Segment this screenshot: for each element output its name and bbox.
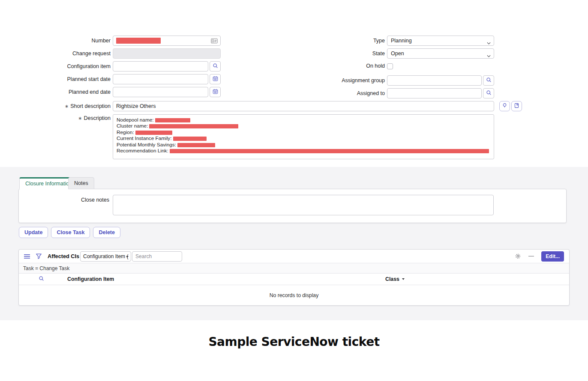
number-label: Number	[0, 38, 111, 44]
list-header-row: Configuration Item Class	[19, 273, 569, 285]
type-label: Type	[334, 38, 385, 44]
description-field[interactable]: Nodepool name: Cluster name: Region: Cur…	[113, 114, 494, 159]
planned-start-date-calendar-button[interactable]	[210, 74, 221, 84]
search-column-select[interactable]: Configuration Item (	[80, 251, 131, 262]
redacted-value	[116, 38, 161, 44]
description-line: Recommendation Link:	[117, 148, 490, 154]
planned-start-date-row: Planned start date	[0, 74, 221, 84]
configuration-item-label: Configuration item	[0, 63, 111, 70]
search-icon	[213, 63, 218, 70]
short-description-input[interactable]	[113, 101, 494, 111]
related-list-search-input[interactable]	[132, 251, 182, 262]
required-marker: ∗	[65, 104, 69, 109]
description-line: Region:	[117, 129, 490, 135]
redacted-value	[170, 149, 489, 153]
related-list-title: Affected CIs	[48, 253, 79, 259]
tab-notes[interactable]: Notes	[68, 177, 94, 189]
assignment-group-row: Assignment group	[334, 75, 494, 86]
close-task-button[interactable]: Close Task	[51, 227, 90, 238]
redacted-value	[149, 124, 238, 128]
configuration-item-row: Configuration item	[0, 61, 221, 71]
assigned-to-lookup-button[interactable]	[483, 88, 494, 98]
change-request-field	[113, 48, 221, 59]
preview-record-icon[interactable]	[211, 38, 218, 45]
change-request-row: Change request	[0, 48, 221, 59]
column-search-button[interactable]	[19, 276, 64, 283]
type-row: Type Planning	[334, 36, 494, 46]
type-select[interactable]: Planning	[387, 36, 494, 46]
affected-cis-card: Affected CIs Configuration Item ( Edit..…	[18, 249, 570, 306]
assignment-group-label: Assignment group	[334, 77, 385, 84]
redacted-value	[173, 137, 207, 141]
redacted-value	[135, 131, 172, 135]
chevron-down-icon	[487, 40, 491, 46]
planned-end-date-calendar-button[interactable]	[210, 87, 221, 97]
state-row: State Open	[334, 48, 494, 59]
on-hold-row: On hold	[334, 63, 393, 69]
search-icon	[486, 77, 492, 84]
number-row: Number	[0, 36, 221, 46]
assignment-group-lookup-button[interactable]	[483, 75, 494, 86]
list-filter-breadcrumb[interactable]: Task = Change Task	[19, 263, 569, 273]
related-list-controls: Edit...	[515, 251, 564, 262]
number-field[interactable]	[113, 36, 221, 46]
assigned-to-field[interactable]	[387, 88, 482, 98]
form-action-buttons: Update Close Task Delete	[19, 227, 120, 238]
close-notes-textarea[interactable]	[113, 195, 494, 215]
configuration-item-lookup-button[interactable]	[210, 61, 221, 71]
list-settings-gear-icon[interactable]	[515, 253, 521, 259]
servicenow-ticket-page: Number Change request Configuration item…	[0, 0, 588, 381]
collapse-minus-icon[interactable]	[528, 256, 534, 256]
change-request-label: Change request	[0, 51, 111, 57]
on-hold-checkbox[interactable]	[387, 63, 393, 69]
short-description-label: ∗Short description	[0, 103, 111, 110]
required-marker: ∗	[78, 116, 82, 121]
state-select[interactable]: Open	[387, 48, 494, 59]
description-label-row: ∗Description	[0, 115, 111, 122]
planned-end-date-label: Planned end date	[0, 89, 111, 95]
delete-button[interactable]: Delete	[93, 227, 120, 238]
description-label: ∗Description	[0, 115, 111, 122]
planned-start-date-label: Planned start date	[0, 76, 111, 83]
chevron-down-icon	[487, 53, 491, 59]
list-menu-button[interactable]	[24, 254, 30, 259]
close-notes-label: Close notes	[0, 197, 109, 203]
description-line: Potential Monthly Savings:	[117, 142, 490, 148]
column-header-configuration-item[interactable]: Configuration Item	[64, 276, 385, 282]
update-button[interactable]: Update	[19, 227, 48, 238]
assigned-to-label: Assigned to	[334, 90, 385, 97]
knowledge-button[interactable]	[511, 101, 522, 111]
caret-down-icon	[126, 256, 129, 258]
assigned-to-row: Assigned to	[334, 88, 494, 98]
planned-start-date-field[interactable]	[113, 74, 208, 84]
column-header-class[interactable]: Class	[385, 276, 405, 282]
short-description-row: ∗Short description	[0, 101, 494, 111]
edit-button[interactable]: Edit...	[541, 251, 564, 262]
filter-icon[interactable]	[36, 253, 42, 259]
description-line: Nodepool name:	[117, 117, 490, 123]
assignment-group-field[interactable]	[387, 75, 482, 86]
planned-end-date-field[interactable]	[113, 87, 208, 97]
configuration-item-field[interactable]	[113, 61, 208, 71]
redacted-value	[155, 118, 190, 122]
search-icon	[486, 89, 492, 97]
image-caption: Sample ServiceNow ticket	[0, 335, 588, 349]
empty-list-message: No records to display	[19, 285, 569, 305]
calendar-icon	[213, 75, 218, 83]
description-line: Cluster name:	[117, 123, 490, 129]
knowledge-book-icon	[514, 102, 519, 110]
suggestion-button[interactable]	[499, 101, 510, 111]
calendar-icon	[213, 88, 218, 96]
planned-end-date-row: Planned end date	[0, 87, 221, 97]
caret-down-icon	[402, 278, 405, 280]
redacted-value	[177, 143, 215, 147]
state-label: State	[334, 51, 385, 57]
on-hold-label: On hold	[334, 63, 385, 69]
affected-cis-toolbar: Affected CIs Configuration Item ( Edit..…	[19, 250, 569, 263]
description-line: Current Instance Family:	[117, 135, 490, 141]
search-icon	[39, 276, 44, 283]
suggestion-pin-icon	[502, 102, 507, 110]
